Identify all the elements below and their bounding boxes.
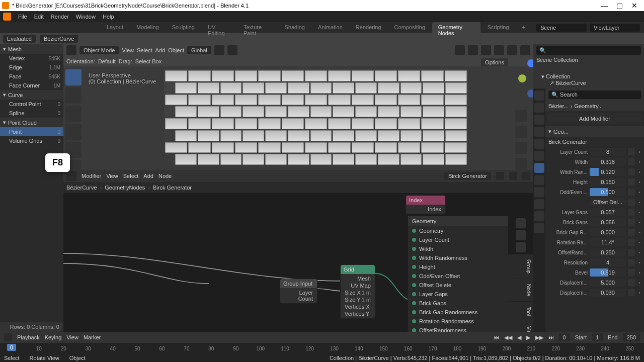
crumb-mod[interactable]: Geometry... [574, 103, 603, 109]
tab-add[interactable]: + [516, 22, 531, 33]
shading-solid-icon[interactable] [494, 45, 504, 55]
socket-out[interactable]: Mesh [343, 275, 373, 282]
proportional-icon[interactable] [227, 45, 237, 55]
output-tab-icon[interactable] [534, 103, 544, 113]
tab-layout[interactable]: Layout [101, 22, 129, 33]
menu-help[interactable]: Help [103, 14, 114, 20]
socket-in[interactable]: Vertices Y [343, 310, 373, 317]
node-menu-add[interactable]: Add [143, 173, 153, 179]
orient-default[interactable]: Default [98, 58, 116, 64]
socket-in[interactable]: Size Y 1 m [343, 296, 373, 303]
keyframe-icon[interactable]: • [637, 209, 642, 215]
property-value[interactable]: 11.4° [590, 238, 626, 246]
node-editor[interactable]: Modifier View Select Add Node Birck Gene… [63, 170, 533, 332]
plus-icon[interactable] [516, 218, 526, 228]
tab-compositing[interactable]: Compositing [388, 22, 431, 33]
data-tab-icon[interactable] [534, 211, 544, 221]
camera-icon[interactable] [515, 142, 527, 154]
property-value[interactable]: 0.519 [590, 268, 626, 277]
link-icon[interactable] [628, 219, 635, 226]
crumb-object[interactable]: BézierCurve [66, 185, 97, 191]
modifier-name[interactable]: Birck Generator [548, 139, 587, 145]
tab-rendering[interactable]: Rendering [350, 22, 387, 33]
maximize-button[interactable]: ▢ [612, 2, 627, 10]
mode-dropdown[interactable]: Object Mode [79, 46, 119, 54]
node-menu-select[interactable]: Select [123, 173, 139, 179]
link-icon[interactable] [628, 189, 635, 196]
shield-icon[interactable] [509, 172, 517, 180]
property-value[interactable]: 0.250 [590, 248, 626, 256]
tree-group[interactable]: ▾ Point Cloud [0, 118, 63, 127]
render-tab-icon[interactable] [534, 90, 544, 101]
tab-sculpting[interactable]: Sculpting [166, 22, 201, 33]
tl-keying[interactable]: Keying [45, 334, 62, 340]
menu-edit[interactable]: Edit [34, 14, 44, 20]
modifier-tab-icon[interactable] [534, 163, 544, 173]
link-icon[interactable] [628, 178, 635, 186]
jump-end-icon[interactable]: ⏭ [548, 334, 554, 340]
property-value[interactable]: 0.318 [590, 158, 626, 166]
menu-render[interactable]: Render [51, 14, 69, 20]
zoom-icon[interactable] [515, 110, 527, 122]
node-menu-node[interactable]: Node [158, 173, 172, 179]
property-value[interactable]: 5.000 [590, 279, 626, 287]
node-menu-view[interactable]: View [106, 173, 118, 179]
tab-texture[interactable]: Texture Paint [237, 22, 278, 33]
link-icon[interactable] [628, 148, 635, 155]
crumb-modifier[interactable]: GeometryNodes [105, 185, 145, 191]
y-axis-icon[interactable] [518, 74, 526, 82]
link-icon[interactable] [628, 279, 635, 286]
property-value[interactable]: Offset Del... [590, 198, 626, 206]
keyframe-icon[interactable]: • [637, 149, 642, 155]
link-icon[interactable] [628, 158, 635, 165]
drag-selectbox[interactable]: Select Box [135, 58, 162, 64]
socket-index[interactable]: Index [408, 206, 443, 213]
tree-item[interactable]: Control Point0 [0, 100, 63, 109]
keyframe-icon[interactable]: • [637, 239, 642, 245]
link-icon[interactable] [628, 269, 635, 276]
collection-item[interactable]: ▾ Collection [535, 73, 642, 80]
blender-logo-icon[interactable] [3, 13, 11, 21]
tl-marker[interactable]: Marker [84, 334, 101, 340]
scale-tool[interactable] [65, 106, 82, 122]
menu-file[interactable]: File [18, 14, 27, 20]
current-frame[interactable]: 0 [559, 333, 570, 341]
link-icon[interactable] [628, 289, 635, 296]
material-tab-icon[interactable] [534, 223, 544, 233]
close-button[interactable]: ✕ [627, 2, 642, 10]
shading-rendered-icon[interactable] [520, 45, 530, 55]
group-input-item[interactable]: Brick Gap Randomness [408, 308, 508, 317]
tab-modeling[interactable]: Modeling [130, 22, 165, 33]
world-tab-icon[interactable] [534, 139, 544, 149]
node-canvas[interactable]: Index Index Group Input Layer Count Grid… [63, 193, 533, 332]
constraints-tab-icon[interactable] [534, 199, 544, 209]
vtab-node[interactable]: Node [508, 279, 533, 302]
next-key-icon[interactable]: ▶▶ [535, 334, 543, 341]
editor-type-icon[interactable] [66, 45, 76, 55]
socket-in[interactable]: Size X 1 m [343, 289, 373, 296]
property-value[interactable]: 0.066 [590, 218, 626, 226]
tree-group[interactable]: ▾ Mesh [0, 44, 63, 54]
link-icon[interactable] [628, 209, 635, 216]
property-value[interactable]: 0.000 [590, 228, 626, 236]
node-index[interactable]: Index Index [406, 195, 446, 214]
group-input-item[interactable]: Witdh Randomness [408, 253, 508, 262]
tree-item[interactable]: Point0 [0, 127, 63, 136]
keyframe-icon[interactable]: • [637, 269, 642, 276]
props-search[interactable]: 🔍 Search [548, 90, 641, 99]
keyframe-icon[interactable]: • [637, 179, 642, 185]
particles-tab-icon[interactable] [534, 175, 544, 185]
link-icon[interactable] [628, 259, 635, 266]
play-reverse-icon[interactable]: ◀ [517, 334, 521, 341]
pin-icon[interactable] [496, 172, 504, 180]
tl-view[interactable]: View [66, 334, 78, 340]
menu-window[interactable]: Window [76, 14, 96, 20]
shading-matpreview-icon[interactable] [507, 45, 517, 55]
group-input-item[interactable]: Witdh [408, 244, 508, 253]
tree-item[interactable]: Vertex545K [0, 54, 63, 63]
vtab-group[interactable]: Group [508, 254, 533, 279]
tree-item[interactable]: Face Corner1M [0, 81, 63, 90]
keyframe-icon[interactable]: • [637, 159, 642, 165]
physics-tab-icon[interactable] [534, 187, 544, 197]
options-button[interactable]: Options [481, 58, 508, 66]
